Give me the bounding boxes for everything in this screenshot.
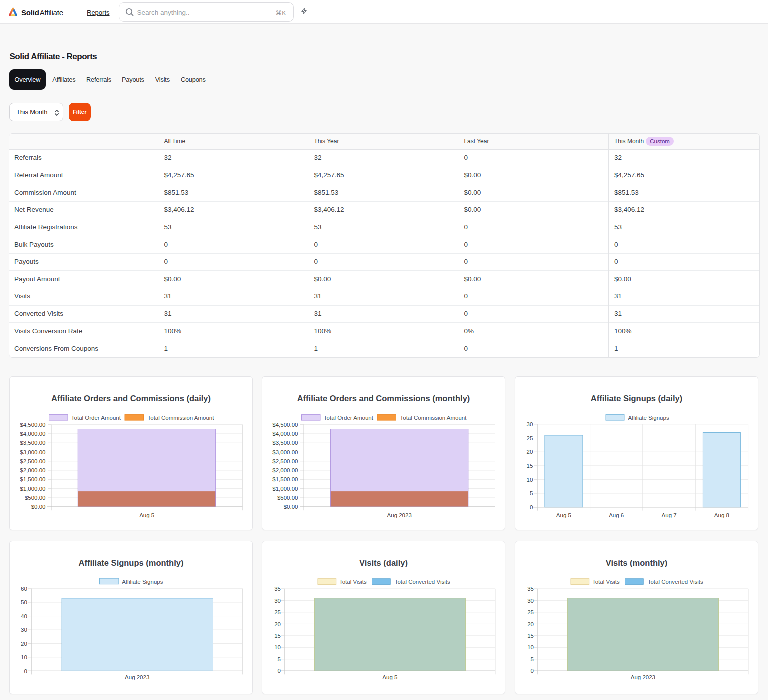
svg-text:Total Commission Amount: Total Commission Amount — [148, 416, 214, 422]
svg-text:30: 30 — [21, 627, 28, 633]
svg-text:0: 0 — [278, 668, 281, 674]
svg-text:20: 20 — [528, 621, 534, 627]
svg-text:40: 40 — [21, 613, 28, 619]
svg-text:$2,500.00: $2,500.00 — [273, 458, 298, 464]
svg-text:$0.00: $0.00 — [284, 504, 298, 510]
svg-text:$3,000.00: $3,000.00 — [273, 450, 298, 456]
svg-text:5: 5 — [530, 491, 533, 497]
svg-text:Total Commission Amount: Total Commission Amount — [400, 416, 468, 422]
svg-text:60: 60 — [21, 586, 28, 592]
svg-text:Aug 2023: Aug 2023 — [388, 513, 412, 519]
svg-text:Aug 5: Aug 5 — [140, 513, 154, 519]
svg-text:Total Visits: Total Visits — [592, 579, 620, 585]
svg-text:$3,500.00: $3,500.00 — [273, 440, 298, 446]
svg-text:50: 50 — [21, 600, 28, 606]
svg-text:$1,500.00: $1,500.00 — [20, 477, 46, 483]
svg-text:25: 25 — [275, 610, 282, 616]
svg-text:$500.00: $500.00 — [24, 495, 46, 501]
svg-text:Total Order Amount: Total Order Amount — [324, 416, 374, 422]
svg-text:Aug 2023: Aug 2023 — [631, 674, 656, 680]
svg-text:Visits (monthly): Visits (monthly) — [606, 558, 668, 568]
svg-text:5: 5 — [278, 656, 281, 662]
svg-text:$2,500.00: $2,500.00 — [20, 458, 46, 464]
svg-text:Affiliate Signups: Affiliate Signups — [628, 416, 670, 422]
svg-text:Visits (daily): Visits (daily) — [360, 558, 408, 568]
svg-text:5: 5 — [531, 656, 534, 662]
svg-text:Affiliate Signups (daily): Affiliate Signups (daily) — [591, 394, 682, 403]
svg-text:$3,000.00: $3,000.00 — [20, 450, 46, 456]
svg-text:15: 15 — [527, 463, 534, 469]
svg-text:0: 0 — [24, 668, 27, 674]
svg-text:10: 10 — [275, 644, 282, 650]
svg-text:Total Visits: Total Visits — [340, 579, 367, 585]
svg-text:10: 10 — [528, 644, 534, 650]
svg-text:$4,000.00: $4,000.00 — [20, 431, 46, 437]
svg-text:25: 25 — [528, 610, 534, 616]
svg-text:Affiliate Signups (monthly): Affiliate Signups (monthly) — [78, 558, 184, 568]
svg-text:Aug 5: Aug 5 — [383, 674, 398, 680]
svg-text:$1,500.00: $1,500.00 — [273, 477, 298, 483]
svg-text:$0.00: $0.00 — [31, 504, 46, 510]
svg-text:30: 30 — [275, 598, 282, 604]
svg-text:0: 0 — [530, 504, 533, 510]
svg-text:Aug 2023: Aug 2023 — [125, 674, 150, 680]
svg-text:$500.00: $500.00 — [278, 495, 298, 501]
svg-text:$2,000.00: $2,000.00 — [273, 468, 298, 474]
svg-text:10: 10 — [527, 477, 534, 483]
svg-text:Aug 6: Aug 6 — [609, 512, 624, 518]
svg-text:Total Order Amount: Total Order Amount — [71, 416, 121, 422]
svg-text:0: 0 — [531, 668, 534, 674]
svg-text:$4,000.00: $4,000.00 — [273, 431, 298, 437]
svg-text:Aug 7: Aug 7 — [662, 512, 677, 518]
svg-text:10: 10 — [21, 654, 28, 660]
svg-text:$4,500.00: $4,500.00 — [20, 422, 46, 428]
svg-text:Aug 5: Aug 5 — [556, 512, 572, 518]
svg-text:Total Converted Visits: Total Converted Visits — [648, 579, 704, 585]
svg-text:$2,000.00: $2,000.00 — [20, 468, 46, 474]
svg-text:Affiliate Signups: Affiliate Signups — [122, 578, 164, 584]
svg-text:25: 25 — [527, 436, 534, 442]
svg-text:$4,500.00: $4,500.00 — [273, 422, 298, 428]
svg-text:$3,500.00: $3,500.00 — [20, 440, 46, 446]
svg-text:30: 30 — [528, 598, 534, 604]
svg-text:Affiliate Orders and Commissio: Affiliate Orders and Commissions (monthl… — [298, 394, 470, 403]
svg-text:35: 35 — [275, 586, 282, 592]
svg-text:Aug 8: Aug 8 — [714, 512, 730, 518]
svg-text:30: 30 — [527, 422, 534, 428]
svg-text:35: 35 — [528, 586, 534, 592]
svg-text:20: 20 — [21, 640, 28, 646]
svg-text:20: 20 — [275, 621, 282, 627]
svg-text:$1,000.00: $1,000.00 — [273, 486, 298, 492]
svg-text:15: 15 — [528, 633, 534, 639]
svg-text:Affiliate Orders and Commissio: Affiliate Orders and Commissions (daily) — [51, 394, 210, 403]
svg-text:20: 20 — [527, 450, 534, 456]
svg-text:$1,000.00: $1,000.00 — [20, 486, 46, 492]
svg-text:15: 15 — [275, 633, 282, 639]
svg-text:Total Converted Visits: Total Converted Visits — [395, 579, 450, 585]
